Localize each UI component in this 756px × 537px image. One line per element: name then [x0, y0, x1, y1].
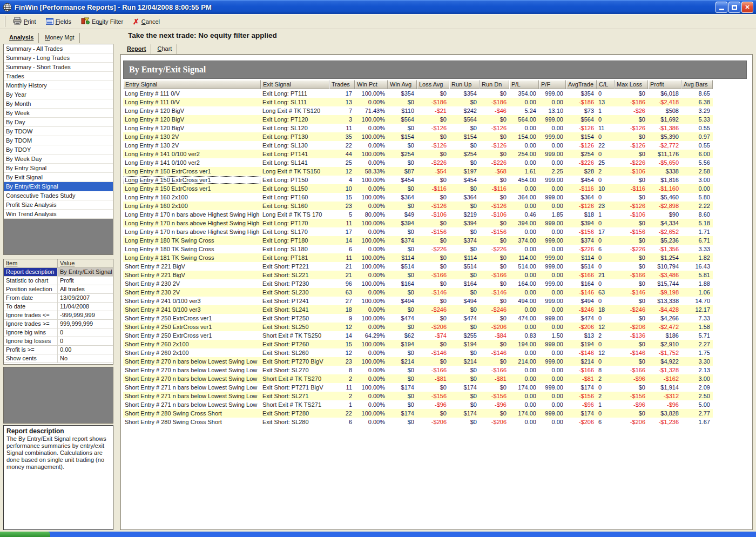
table-row[interactable]: Long Entry # 181 TK Swing CrossExit Long… [123, 253, 714, 262]
table-row[interactable]: Short Entry # 270 n bars below Lowest Sw… [123, 374, 714, 383]
table-row[interactable]: Short Entry # 260 2x100Exit Short: SL260… [123, 348, 714, 357]
column-header[interactable]: Loss Avg [417, 80, 449, 89]
params-header-item[interactable]: Item [4, 259, 58, 267]
column-header[interactable]: Avg Bars [681, 80, 713, 89]
table-row[interactable]: Long Entry # 160 2x100Exit Long: PT16015… [123, 193, 714, 202]
table-row[interactable]: Long Entry # 141 0/100 ver2Exit Long: SL… [123, 158, 714, 167]
table-row[interactable]: Long Entry # 150 ExtrCross ver1Exit Long… [123, 184, 714, 193]
table-row[interactable]: Short Entry # 271 n bars below Lowest Sw… [123, 400, 714, 409]
table-row[interactable]: Short Entry # 270 n bars below Lowest Sw… [123, 357, 714, 366]
table-row[interactable]: Short Entry # 271 n bars below Lowest Sw… [123, 383, 714, 392]
column-header[interactable]: Profit [648, 80, 681, 89]
sidebar-item[interactable]: By TDOY [4, 145, 113, 155]
table-row[interactable]: Long Entry # 130 2VExit Long: PT13035100… [123, 132, 714, 141]
param-item-label[interactable]: From date [4, 294, 58, 302]
param-item-label[interactable]: Ignore big losses [4, 337, 58, 345]
table-row[interactable]: Short Entry # 270 n bars below Lowest Sw… [123, 366, 714, 374]
param-value[interactable]: By Entry/Exit Signal [58, 268, 113, 276]
sidebar-item[interactable]: Win Trend Analysis [4, 210, 113, 219]
column-header[interactable]: Win Pct [355, 80, 388, 89]
column-header[interactable]: P/F [539, 80, 566, 89]
param-item-label[interactable]: Ignore big wins [4, 328, 58, 337]
sidebar-item[interactable]: By Month [4, 99, 113, 109]
column-header[interactable]: Entry Signal [123, 80, 261, 89]
sidebar-item[interactable]: Consecutive Trades Study [4, 191, 113, 200]
param-item-label[interactable]: Ignore trades <= [4, 311, 58, 319]
param-value[interactable]: All trades [58, 285, 113, 293]
param-value[interactable]: 11/04/2008 [58, 303, 113, 311]
column-header[interactable]: Exit Signal [261, 80, 329, 89]
param-item-label[interactable]: Profit is >= [4, 346, 58, 354]
table-row[interactable]: Long Entry # 160 2x100Exit Long: SL16023… [123, 202, 714, 210]
fields-button[interactable]: Fields [42, 16, 75, 28]
param-value[interactable]: 13/09/2007 [58, 294, 113, 302]
table-row[interactable]: Short Entry # 250 ExtrCross ver1Exit Sho… [123, 323, 714, 331]
param-item-label[interactable]: Statistic to chart [4, 277, 58, 285]
table-row[interactable]: Short Entry # 230 2VExit Short: PT230961… [123, 279, 714, 288]
column-header[interactable]: P/L [509, 80, 539, 89]
sidebar-item[interactable]: Trades [4, 72, 113, 81]
sidebar-item[interactable]: Summary - All Trades [4, 44, 113, 53]
table-row[interactable]: Long Entry # 120 BigVExit Long: PT120310… [123, 115, 714, 124]
column-header[interactable]: Run Dn [480, 80, 509, 89]
table-row[interactable]: Short Entry # 221 BigVExit Short: SL2212… [123, 271, 714, 279]
table-row[interactable]: Long Entry # 120 BigVExit Long: SL120110… [123, 124, 714, 132]
print-button[interactable]: Print [9, 16, 40, 28]
table-row[interactable]: Long Entry # 150 ExtrCross ver1Long Exit… [123, 167, 714, 176]
params-header-value[interactable]: Value [58, 259, 113, 267]
table-row[interactable]: Long Entry # 170 n bars above Highest Sw… [123, 227, 714, 236]
table-row[interactable]: Long Entry # 130 2VExit Long: SL130220.0… [123, 141, 714, 150]
sidebar-item[interactable]: By Entry Signal [4, 164, 113, 173]
table-row[interactable]: Short Entry # 250 ExtrCross ver1Exit Sho… [123, 314, 714, 323]
param-value[interactable]: 999,999,999 [58, 320, 113, 328]
tab-report[interactable]: Report [122, 44, 151, 55]
table-row[interactable]: Long Entry # 180 TK Swing CrossExit Long… [123, 236, 714, 245]
param-value[interactable]: 0 [58, 328, 113, 337]
sidebar-item[interactable]: By Day [4, 118, 113, 127]
column-header[interactable]: AvgTrade [566, 80, 597, 89]
table-row[interactable]: Short Entry # 230 2VExit Short: SL230630… [123, 288, 714, 297]
tab-chart[interactable]: Chart [152, 44, 177, 55]
sidebar-item[interactable]: By TDOW [4, 127, 113, 136]
sidebar-item[interactable]: Profit Size Analysis [4, 200, 113, 210]
equity-filter-button[interactable]: Equity Filter [77, 16, 127, 28]
table-row[interactable]: Long Entry # 170 n bars above Highest Sw… [123, 210, 714, 219]
table-row[interactable]: Long Entry # 170 n bars above Highest Sw… [123, 219, 714, 227]
sidebar-item[interactable]: Summary - Long Trades [4, 53, 113, 63]
param-item-label[interactable]: Show cents [4, 354, 58, 363]
table-row[interactable]: Short Entry # 241 0/100 ver3Exit Short: … [123, 297, 714, 305]
param-item-label[interactable]: Report description [4, 268, 58, 276]
table-row[interactable]: Long Entry # 111 0/VExit Long: SL111130.… [123, 98, 714, 106]
cancel-button[interactable]: ✗ Cancel [129, 17, 164, 26]
table-row[interactable]: Long Entry # 120 BigVLong Exit # TK TS12… [123, 106, 714, 115]
table-row[interactable]: Short Entry # 280 Swing Cross ShortExit … [123, 409, 714, 418]
table-row[interactable]: Short Entry # 221 BigVExit Short: PT2212… [123, 262, 714, 271]
param-item-label[interactable]: Position selection [4, 285, 58, 293]
param-item-label[interactable]: Ignore trades >= [4, 320, 58, 328]
param-value[interactable]: No [58, 354, 113, 363]
param-value[interactable]: Profit [58, 277, 113, 285]
table-row[interactable]: Short Entry # 260 2x100Exit Short: PT260… [123, 340, 714, 348]
close-button[interactable]: ✕ [741, 2, 753, 13]
table-row[interactable]: Short Entry # 241 0/100 ver3Exit Short: … [123, 305, 714, 314]
param-value[interactable]: 0.00 [58, 346, 113, 354]
sidebar-item[interactable]: By Entry/Exit Signal [4, 182, 113, 191]
tab-analysis[interactable]: Analysis [4, 33, 39, 43]
sidebar-item[interactable]: By TDOM [4, 136, 113, 145]
sidebar-item[interactable]: By Exit Signal [4, 173, 113, 182]
table-row[interactable]: Short Entry # 271 n bars below Lowest Sw… [123, 392, 714, 400]
sidebar-item[interactable]: By Year [4, 90, 113, 99]
tab-money-mgt[interactable]: Money Mgt [40, 33, 79, 43]
table-row[interactable]: Long Entry # 180 TK Swing CrossExit Long… [123, 245, 714, 253]
column-header[interactable]: Run Up [449, 80, 480, 89]
sidebar-item[interactable]: By Week [4, 109, 113, 118]
sidebar-item[interactable]: By Week Day [4, 155, 113, 164]
table-row[interactable]: Short Entry # 280 Swing Cross ShortExit … [123, 418, 714, 426]
column-header[interactable]: Max Loss [615, 80, 648, 89]
column-header[interactable]: Trades [329, 80, 355, 89]
table-row[interactable]: Long Entry # 150 ExtrCross ver1Exit Long… [123, 176, 714, 184]
sidebar-item[interactable]: Monthly History [4, 81, 113, 90]
table-row[interactable]: Long Entry # 111 0/VExit Long: PT1111710… [123, 89, 714, 98]
param-item-label[interactable]: To date [4, 303, 58, 311]
table-row[interactable]: Long Entry # 141 0/100 ver2Exit Long: PT… [123, 150, 714, 158]
